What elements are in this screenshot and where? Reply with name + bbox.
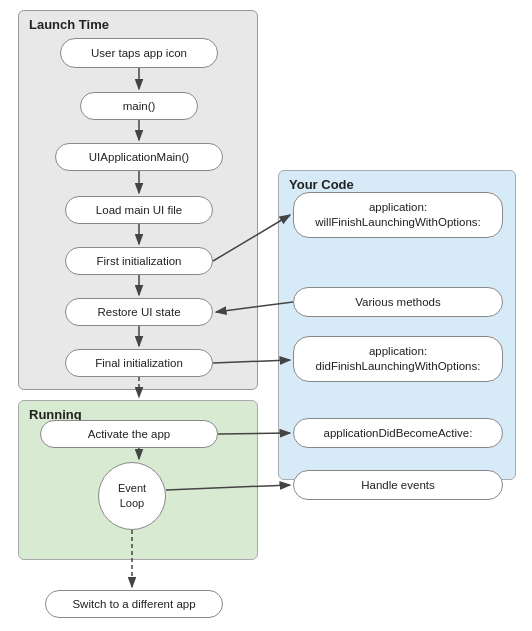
will-finish-box: application: willFinishLaunchingWithOpti… (293, 192, 503, 238)
event-loop-circle: Event Loop (98, 462, 166, 530)
switch-app-box: Switch to a different app (45, 590, 223, 618)
diagram-container: Launch Time Running Your Code User taps … (0, 0, 532, 631)
launch-time-label: Launch Time (19, 11, 257, 36)
app-did-become-box: applicationDidBecomeActive: (293, 418, 503, 448)
user-taps-box: User taps app icon (60, 38, 218, 68)
handle-events-box: Handle events (293, 470, 503, 500)
main-box: main() (80, 92, 198, 120)
activate-app-box: Activate the app (40, 420, 218, 448)
first-init-box: First initialization (65, 247, 213, 275)
various-methods-box: Various methods (293, 287, 503, 317)
final-init-box: Final initialization (65, 349, 213, 377)
load-ui-box: Load main UI file (65, 196, 213, 224)
did-finish-box: application: didFinishLaunchingWithOptio… (293, 336, 503, 382)
restore-ui-box: Restore UI state (65, 298, 213, 326)
ui-app-main-box: UIApplicationMain() (55, 143, 223, 171)
